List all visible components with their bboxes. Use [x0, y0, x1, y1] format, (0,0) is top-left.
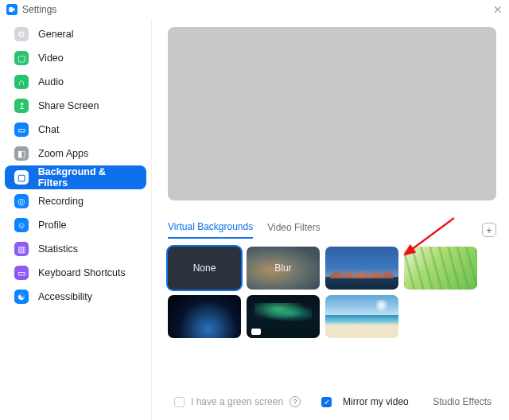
- sidebar-item-background-filters[interactable]: ▢Background & Filters: [5, 165, 146, 189]
- sidebar-item-label: Profile: [38, 220, 66, 231]
- bg-option-none[interactable]: None: [168, 247, 241, 290]
- sidebar-item-video[interactable]: ▢Video: [5, 46, 146, 70]
- audio-icon: ∩: [14, 75, 29, 89]
- sidebar-item-zoom-apps[interactable]: ◧Zoom Apps: [5, 142, 146, 165]
- main-panel: Virtual Backgrounds Video Filters + None…: [152, 19, 509, 420]
- chat-icon: ▭: [14, 122, 29, 137]
- sidebar-item-accessibility[interactable]: ☯Accessibility: [5, 285, 146, 309]
- mirror-checkbox[interactable]: ✓: [321, 397, 332, 407]
- bg-option-beach[interactable]: [325, 295, 398, 338]
- accessibility-icon: ☯: [14, 290, 29, 304]
- sidebar-item-keyboard-shortcuts[interactable]: ▭Keyboard Shortcuts: [5, 261, 146, 285]
- sidebar-item-label: Audio: [38, 76, 64, 88]
- tab-row: Virtual Backgrounds Video Filters +: [168, 221, 496, 239]
- thumb-label: Blur: [247, 247, 320, 290]
- sidebar-item-label: Chat: [38, 124, 59, 135]
- bg-option-aurora[interactable]: [247, 295, 320, 338]
- thumb-label: None: [168, 247, 241, 290]
- sidebar-item-statistics[interactable]: ▥Statistics: [5, 237, 146, 261]
- sidebar-item-label: Accessibility: [38, 291, 92, 302]
- sidebar-item-share-screen[interactable]: ↥Share Screen: [5, 94, 146, 118]
- plus-icon: +: [486, 224, 492, 236]
- bg-option-grass[interactable]: [404, 247, 477, 290]
- sidebar-item-label: Statistics: [38, 243, 78, 255]
- app-icon: [6, 4, 17, 15]
- video-icon: ▢: [14, 51, 29, 65]
- bg-option-bridge[interactable]: [325, 247, 398, 290]
- sidebar-item-label: Video: [38, 52, 64, 64]
- sidebar-item-general[interactable]: ⚙General: [5, 22, 146, 46]
- studio-effects-button[interactable]: Studio Effects: [433, 396, 492, 407]
- sidebar-item-recording[interactable]: ◎Recording: [5, 189, 146, 213]
- sidebar-item-label: Keyboard Shortcuts: [38, 267, 126, 278]
- apps-icon: ◧: [14, 146, 29, 161]
- tab-video-filters[interactable]: Video Filters: [267, 222, 320, 238]
- footer: I have a green screen ? ✓ Mirror my vide…: [168, 383, 496, 420]
- keyboard-icon: ▭: [14, 266, 29, 280]
- recording-icon: ◎: [14, 194, 29, 208]
- sidebar-item-label: Recording: [38, 196, 84, 207]
- sidebar: ⚙General ▢Video ∩Audio ↥Share Screen ▭Ch…: [0, 19, 151, 420]
- sidebar-item-label: Background & Filters: [38, 166, 137, 189]
- profile-icon: ☺: [14, 218, 29, 232]
- sidebar-item-audio[interactable]: ∩Audio: [5, 70, 146, 94]
- statistics-icon: ▥: [14, 242, 29, 256]
- green-screen-label: I have a green screen: [191, 396, 283, 407]
- tab-virtual-backgrounds[interactable]: Virtual Backgrounds: [168, 221, 253, 239]
- gear-icon: ⚙: [14, 27, 29, 41]
- bg-option-blur[interactable]: Blur: [247, 247, 320, 290]
- mirror-label: Mirror my video: [343, 396, 409, 407]
- sidebar-item-label: Share Screen: [38, 100, 99, 111]
- sidebar-item-label: Zoom Apps: [38, 148, 88, 159]
- green-screen-checkbox[interactable]: [174, 397, 185, 407]
- window-title: Settings: [22, 4, 56, 15]
- close-icon[interactable]: ✕: [493, 3, 503, 16]
- titlebar: Settings ✕: [0, 0, 509, 19]
- background-grid: None Blur: [168, 247, 496, 338]
- add-background-button[interactable]: +: [482, 223, 496, 237]
- tab-label: Video Filters: [267, 222, 320, 233]
- sidebar-item-chat[interactable]: ▭Chat: [5, 118, 146, 142]
- video-preview: [168, 27, 496, 200]
- sidebar-item-profile[interactable]: ☺Profile: [5, 213, 146, 237]
- share-screen-icon: ↥: [14, 99, 29, 113]
- tab-label: Virtual Backgrounds: [168, 221, 253, 232]
- sidebar-item-label: General: [38, 29, 73, 40]
- help-icon[interactable]: ?: [289, 396, 301, 407]
- background-icon: ▢: [14, 170, 29, 185]
- bg-option-earth[interactable]: [168, 295, 241, 338]
